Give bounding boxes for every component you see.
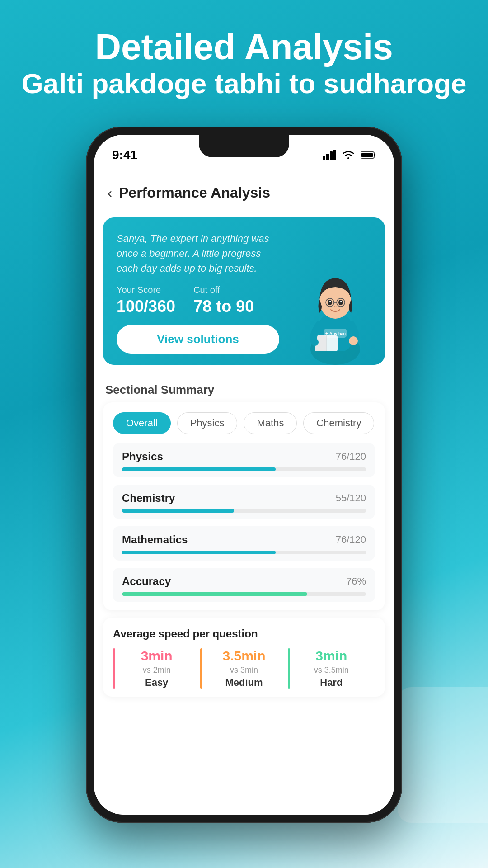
status-time: 9:41 [112,148,137,162]
chemistry-row: Chemistry 55/120 [113,485,375,519]
svg-point-14 [328,300,332,305]
your-score-label: Your Score [117,285,175,295]
svg-rect-6 [374,154,375,156]
your-score: Your Score 100/360 [117,285,175,316]
tab-overall[interactable]: Overall [113,412,171,434]
maths-row: Mathematics 76/120 [113,526,375,561]
physics-score: 76/120 [336,451,366,462]
cut-off: Cut off 78 to 90 [193,285,254,316]
cut-off-label: Cut off [193,285,254,295]
speed-title: Average speed per question [113,627,375,640]
summary-card: Overall Physics Maths Chemistry Physics … [103,402,385,610]
maths-progress-fill [122,551,276,554]
speed-card: Average speed per question 3min vs 2min … [103,618,385,697]
svg-point-17 [340,301,342,302]
chemistry-progress-bg [122,509,366,513]
hard-speed-col: 3min vs 3.5min Hard [288,648,375,689]
medium-label: Medium [200,677,287,689]
status-icons [323,150,376,160]
screen-content: ‹ Performance Analysis Sanya, The expert… [94,175,394,815]
svg-rect-2 [330,151,333,160]
physics-progress-bg [122,467,366,471]
nav-title: Performance Analysis [119,184,270,201]
accuracy-row: Accuracy 76% [113,568,375,602]
svg-point-24 [349,336,358,345]
svg-point-4 [347,157,349,159]
phone-frame: 9:41 [86,127,402,823]
maths-progress-bg [122,551,366,554]
svg-rect-3 [333,150,336,160]
svg-rect-7 [361,153,373,157]
tab-chemistry[interactable]: Chemistry [303,412,374,434]
medium-speed-time: 3.5min [200,648,287,664]
speed-columns: 3min vs 2min Easy 3.5min vs 3min Medium … [113,648,375,689]
physics-label: Physics [122,450,163,463]
hard-speed-time: 3min [288,648,375,664]
score-card: Sanya, The expert in anything was once a… [103,217,385,365]
signal-icon [323,150,336,160]
easy-speed-vs: vs 2min [113,665,200,675]
your-score-value: 100/360 [117,297,175,316]
status-bar: 9:41 [94,135,394,175]
physics-row: Physics 76/120 [113,443,375,477]
nav-bar: ‹ Performance Analysis [94,175,394,208]
hard-label: Hard [288,677,375,689]
page-header: Detailed Analysis Galti pakdoge tabhi to… [0,0,488,118]
svg-rect-0 [323,156,325,160]
easy-speed-time: 3min [113,648,200,664]
accuracy-progress-bg [122,592,366,596]
physics-progress-fill [122,467,276,471]
subject-rows: Physics 76/120 Chemistry 55/120 [113,443,375,602]
svg-rect-1 [326,154,329,160]
tab-physics[interactable]: Physics [177,412,238,434]
maths-score: 76/120 [336,534,366,546]
accuracy-score: 76% [346,576,366,587]
chemistry-label: Chemistry [122,492,175,505]
maths-label: Mathematics [122,533,188,546]
view-solutions-button[interactable]: View solutions [117,325,279,354]
easy-speed-col: 3min vs 2min Easy [113,648,200,689]
motivational-text: Sanya, The expert in anything was once a… [117,231,270,276]
chemistry-progress-fill [122,509,234,513]
main-title: Detailed Analysis [18,27,470,67]
accuracy-progress-fill [122,592,307,596]
notch [199,135,289,157]
svg-text:✦ Arivihan: ✦ Arivihan [325,331,346,336]
phone-screen: 9:41 [94,135,394,815]
accuracy-label: Accuracy [122,575,171,588]
svg-point-15 [338,300,343,305]
easy-label: Easy [113,677,200,689]
cut-off-value: 78 to 90 [193,297,254,316]
wifi-icon [342,150,355,160]
sub-title: Galti pakdoge tabhi to sudharoge [18,67,470,100]
tabs-row: Overall Physics Maths Chemistry [113,412,375,434]
battery-icon [361,151,376,159]
chemistry-score: 55/120 [336,492,366,504]
hard-speed-vs: vs 3.5min [288,665,375,675]
student-illustration: ✦ Arivihan [290,265,380,365]
tab-maths[interactable]: Maths [244,412,297,434]
medium-speed-vs: vs 3min [200,665,287,675]
back-button[interactable]: ‹ [108,185,112,201]
sectional-summary-heading: Sectional Summary [94,374,394,402]
bg-decoration [398,687,488,823]
svg-point-16 [329,301,331,302]
medium-speed-col: 3.5min vs 3min Medium [200,648,287,689]
